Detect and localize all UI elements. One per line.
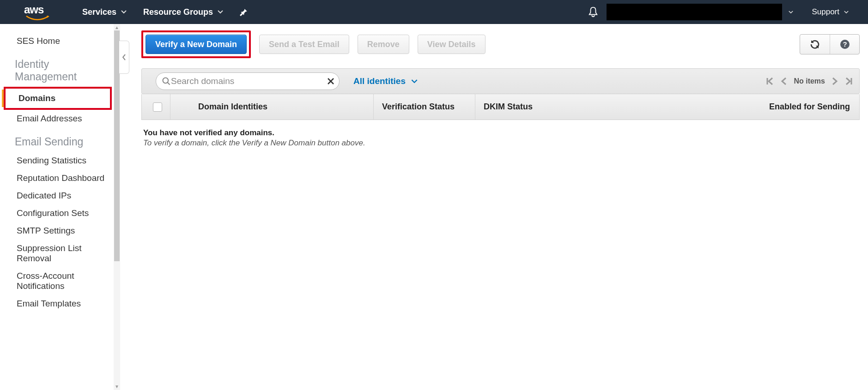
- aws-logo[interactable]: aws: [24, 3, 51, 21]
- sidebar-item-email-addresses[interactable]: Email Addresses: [0, 110, 114, 127]
- view-details-button: View Details: [418, 35, 486, 54]
- sidebar-item-sending-statistics[interactable]: Sending Statistics: [0, 152, 114, 169]
- main-content: Verify a New Domain Send a Test Email Re…: [130, 24, 868, 390]
- highlight-annotation-verify-button: Verify a New Domain: [141, 30, 251, 58]
- page-prev-icon[interactable]: [781, 77, 787, 85]
- caret-down-icon: [121, 10, 127, 14]
- pin-icon[interactable]: [240, 8, 248, 16]
- sidebar-item-domains[interactable]: Domains: [2, 90, 110, 107]
- search-domains-wrapper[interactable]: [156, 72, 340, 90]
- scroll-down-icon[interactable]: ▼: [115, 384, 119, 389]
- identity-filter-dropdown[interactable]: All identities: [353, 76, 418, 86]
- caret-down-icon: [844, 11, 849, 14]
- svg-line-3: [168, 83, 170, 85]
- sidebar-collapse-handle[interactable]: [119, 41, 129, 74]
- highlight-annotation-sidebar: Domains: [4, 87, 112, 110]
- sidebar-item-cross-account-notifications[interactable]: Cross-Account Notifications: [0, 267, 114, 295]
- support-menu[interactable]: Support: [800, 7, 862, 17]
- col-header-dkim-status[interactable]: DKIM Status: [475, 94, 582, 120]
- table-header-row: Domain Identities Verification Status DK…: [141, 94, 860, 120]
- search-icon: [162, 77, 171, 86]
- sidebar: SES Home Identity Management Domains Ema…: [0, 24, 114, 390]
- services-menu[interactable]: Services: [74, 0, 135, 24]
- col-header-domain-identities[interactable]: Domain Identities: [170, 94, 374, 120]
- clear-search-icon[interactable]: [327, 78, 334, 85]
- send-test-email-button: Send a Test Email: [259, 35, 349, 54]
- sidebar-scrollbar[interactable]: ▲ ▼: [114, 24, 120, 390]
- resource-groups-label: Resource Groups: [143, 7, 213, 17]
- sidebar-item-dedicated-ips[interactable]: Dedicated IPs: [0, 187, 114, 204]
- svg-point-2: [163, 78, 169, 84]
- search-domains-input[interactable]: [171, 76, 327, 86]
- refresh-icon: [809, 39, 820, 50]
- caret-down-icon[interactable]: [789, 11, 793, 14]
- verify-new-domain-button[interactable]: Verify a New Domain: [146, 35, 247, 54]
- chevron-left-icon: [122, 54, 126, 60]
- caret-down-icon: [218, 10, 223, 14]
- identity-filter-label: All identities: [353, 76, 406, 86]
- help-button[interactable]: ?: [830, 35, 859, 54]
- sidebar-item-suppression-list-removal[interactable]: Suppression List Removal: [0, 240, 114, 267]
- top-navbar: aws Services Resource Groups Support: [0, 0, 868, 24]
- sidebar-item-email-templates[interactable]: Email Templates: [0, 295, 114, 312]
- pagination-label: No items: [794, 77, 825, 85]
- svg-text:?: ?: [843, 40, 847, 48]
- toolbar-icon-group: ?: [800, 34, 860, 54]
- sidebar-section-identity-management: Identity Management: [0, 50, 114, 87]
- page-body: SES Home Identity Management Domains Ema…: [0, 24, 868, 390]
- toolbar: Verify a New Domain Send a Test Email Re…: [141, 30, 860, 58]
- sidebar-collapse-region: [120, 24, 130, 390]
- empty-state-title: You have not verified any domains.: [143, 128, 858, 138]
- pagination: No items: [766, 77, 853, 85]
- empty-state-hint: To verify a domain, click the Verify a N…: [143, 138, 858, 148]
- filter-bar: All identities No items: [141, 68, 860, 94]
- refresh-button[interactable]: [800, 35, 830, 54]
- scroll-up-icon[interactable]: ▲: [115, 25, 119, 30]
- help-icon: ?: [839, 39, 850, 50]
- page-last-icon[interactable]: [844, 77, 853, 85]
- sidebar-item-configuration-sets[interactable]: Configuration Sets: [0, 204, 114, 222]
- notifications-bell-icon[interactable]: [588, 6, 598, 18]
- remove-button: Remove: [358, 35, 409, 54]
- services-label: Services: [82, 7, 116, 17]
- account-region-redacted[interactable]: [607, 4, 782, 20]
- col-header-verification-status[interactable]: Verification Status: [374, 94, 475, 120]
- resource-groups-menu[interactable]: Resource Groups: [135, 0, 231, 24]
- sidebar-item-smtp-settings[interactable]: SMTP Settings: [0, 222, 114, 240]
- select-all-checkbox[interactable]: [153, 102, 162, 112]
- page-next-icon[interactable]: [832, 77, 838, 85]
- support-label: Support: [812, 7, 839, 17]
- sidebar-section-email-sending: Email Sending: [0, 127, 114, 152]
- empty-state: You have not verified any domains. To ve…: [141, 120, 860, 156]
- chevron-down-icon: [411, 79, 418, 84]
- col-header-enabled-for-sending[interactable]: Enabled for Sending: [582, 94, 859, 120]
- sidebar-item-reputation-dashboard[interactable]: Reputation Dashboard: [0, 169, 114, 187]
- page-first-icon[interactable]: [766, 77, 774, 85]
- sidebar-item-ses-home[interactable]: SES Home: [0, 32, 114, 50]
- select-all-cell[interactable]: [145, 94, 170, 120]
